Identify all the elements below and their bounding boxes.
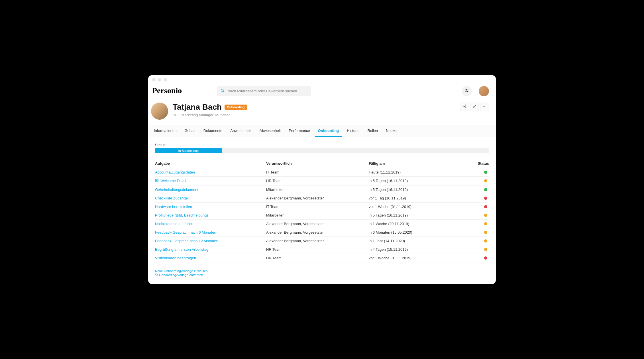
employee-name: Tatjana Bach (173, 103, 222, 112)
status-dot-red (484, 205, 487, 208)
table-row: Begrüßung am ersten ArbeitstagHR Teamin … (155, 245, 489, 254)
task-due: in 5 Tagen (16.11.2019) (369, 187, 449, 192)
svg-line-9 (475, 105, 476, 106)
task-title-text: Accounts/Zugangsdaten (155, 170, 195, 174)
task-title-text: Hardware bereitstellen (155, 205, 192, 209)
assign-template-link[interactable]: Neue Onboarding-Vorlage zuweisen (155, 269, 489, 273)
task-link[interactable]: Welcome Email (155, 179, 266, 183)
status-dot-green (484, 171, 487, 174)
tab-informationen[interactable]: Informationen (151, 125, 180, 137)
task-title-text: Checkliste Zugänge (155, 196, 188, 200)
remove-template-label: Onboarding-Vorlage entfernen (159, 273, 203, 277)
task-responsible: IT Team (266, 170, 369, 174)
task-due: in 1 Woche (20.11.2019) (369, 222, 449, 226)
app-window: Personio Tatjana Bach Onboarding SEO Mar… (148, 75, 496, 284)
status-label: Status: (155, 143, 489, 147)
task-due: in 5 Tagen (16.11.2019) (369, 179, 449, 183)
svg-point-0 (221, 89, 223, 91)
task-due: Heute (11.11.2019) (369, 170, 449, 174)
table-row: GeheimhaltungsdokumentMitarbeiterin 5 Ta… (155, 185, 489, 194)
task-responsible: HR Team (266, 256, 369, 260)
window-close-dot[interactable] (152, 78, 156, 81)
task-status (449, 171, 489, 174)
task-status (449, 188, 489, 191)
task-title-text: Profilpflege (Bild, Beschreibung) (155, 213, 208, 217)
task-due: in 1 Jahr (14.11.2020) (369, 239, 449, 243)
task-title-text: Feedback-Gespräch nach 6 Monaten (155, 230, 216, 234)
window-minimize-dot[interactable] (158, 78, 161, 81)
profile-info: Tatjana Bach Onboarding SEO Marketing Ma… (173, 103, 247, 117)
settings-button[interactable] (462, 86, 472, 96)
task-responsible: HR Team (266, 179, 369, 183)
status-progress-fill: In Bearbeitung (155, 148, 222, 153)
task-link[interactable]: Profilpflege (Bild, Beschreibung) (155, 213, 266, 217)
svg-point-10 (483, 106, 484, 107)
table-row: Visitenkarten beantragenHR Teamvor 1 Woc… (155, 254, 489, 262)
employee-avatar[interactable] (151, 103, 168, 120)
task-link[interactable]: Checkliste Zugänge (155, 196, 266, 200)
task-link[interactable]: Visitenkarten beantragen (155, 256, 266, 260)
more-button[interactable] (480, 103, 489, 111)
table-row: Notfallkontakt ausfüllenAlexander Bergma… (155, 220, 489, 228)
table-header: Aufgabe Verantwortlich Fällig am Status (155, 159, 489, 168)
task-link[interactable]: Hardware bereitstellen (155, 205, 266, 209)
status-dot-orange (484, 222, 487, 225)
tab-abwesenheit[interactable]: Abwesenheit (257, 125, 284, 137)
task-link[interactable]: Geheimhaltungsdokument (155, 187, 266, 192)
tab-gehalt[interactable]: Gehalt (182, 125, 198, 137)
tab-dokumente[interactable]: Dokumente (201, 125, 225, 137)
login-as-button[interactable] (460, 103, 468, 111)
task-link[interactable]: Feedback-Gespräch nach 6 Monaten (155, 230, 266, 234)
task-title-text: Begrüßung am ersten Arbeitstag (155, 247, 208, 252)
task-link[interactable]: Feedback-Gespräch nach 12 Monaten (155, 239, 266, 243)
profile-header: Tatjana Bach Onboarding SEO Marketing Ma… (148, 100, 496, 125)
tab-rollen[interactable]: Rollen (364, 125, 381, 137)
task-due: in 6 Monaten (15.05.2020) (369, 230, 449, 234)
footer-links: Neue Onboarding-Vorlage zuweisen Onboard… (155, 269, 489, 277)
svg-point-11 (484, 106, 485, 107)
task-due: in 4 Tagen (15.11.2019) (369, 247, 449, 252)
window-maximize-dot[interactable] (164, 78, 167, 81)
task-status (449, 231, 489, 234)
task-title-text: Welcome Email (160, 179, 186, 183)
employee-subtitle: SEO Marketing Manager, München (173, 113, 247, 117)
task-due: vor 1 Tag (10.11.2019) (369, 196, 449, 200)
key-button[interactable] (470, 103, 479, 111)
table-row: Hardware bereitstellenIT Teamvor 1 Woche… (155, 203, 489, 211)
col-header-task: Aufgabe (155, 161, 266, 166)
table-row: Accounts/ZugangsdatenIT TeamHeute (11.11… (155, 168, 489, 177)
window-titlebar (148, 75, 496, 84)
brand-logo[interactable]: Personio (152, 86, 182, 96)
task-link[interactable]: Notfallkontakt ausfüllen (155, 222, 266, 226)
tabs-nav: InformationenGehaltDokumenteAnwesenheitA… (148, 125, 496, 137)
task-link[interactable]: Accounts/Zugangsdaten (155, 170, 266, 174)
status-dot-orange (484, 179, 487, 182)
col-header-due: Fällig am (369, 161, 449, 166)
tab-onboarding[interactable]: Onboarding (315, 125, 342, 137)
task-responsible: HR Team (266, 247, 369, 252)
svg-rect-4 (466, 89, 467, 90)
task-responsible: Mitarbeiter (266, 213, 369, 217)
content-area: Status: In Bearbeitung Aufgabe Verantwor… (148, 137, 496, 284)
status-dot-orange (484, 248, 487, 251)
current-user-avatar[interactable] (479, 86, 489, 96)
table-row: Profilpflege (Bild, Beschreibung)Mitarbe… (155, 211, 489, 220)
task-status (449, 214, 489, 217)
search-box[interactable] (217, 86, 311, 96)
task-due: vor 1 Woche (01.11.2019) (369, 205, 449, 209)
svg-rect-14 (156, 274, 157, 276)
task-status (449, 256, 489, 260)
tab-anwesenheit[interactable]: Anwesenheit (227, 125, 254, 137)
task-responsible: Alexander Bergmann, Vorgesetzter (266, 239, 369, 243)
more-icon (483, 104, 487, 109)
tab-historie[interactable]: Historie (344, 125, 362, 137)
col-header-status: Status (449, 161, 489, 166)
remove-template-link[interactable]: Onboarding-Vorlage entfernen (155, 273, 489, 277)
svg-line-8 (474, 105, 476, 106)
task-link[interactable]: Begrüßung am ersten Arbeitstag (155, 247, 266, 252)
tab-performance[interactable]: Performance (286, 125, 313, 137)
tab-notizen[interactable]: Notizen (383, 125, 401, 137)
table-row: Feedback-Gespräch nach 6 MonatenAlexande… (155, 228, 489, 237)
envelope-icon (155, 179, 159, 183)
search-input[interactable] (227, 89, 308, 93)
